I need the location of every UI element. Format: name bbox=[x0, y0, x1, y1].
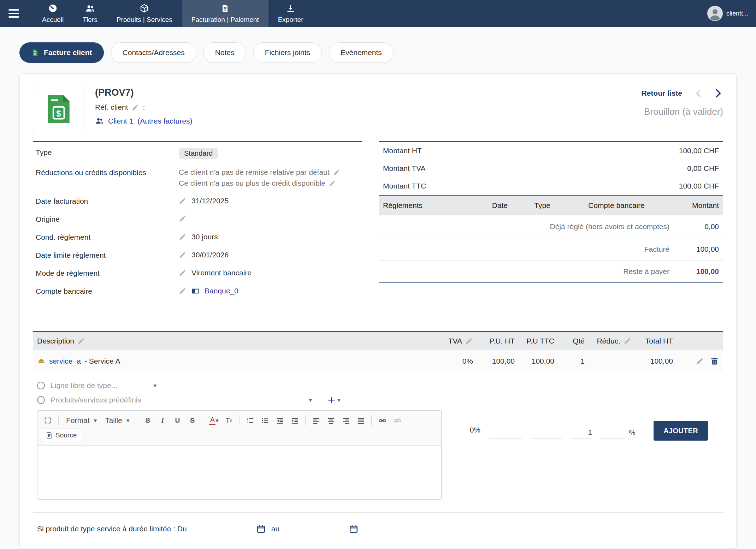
ordered-list-button[interactable]: 12 bbox=[243, 414, 257, 427]
hamburger-menu-icon[interactable] bbox=[0, 0, 28, 27]
tab-label: Contacts/Adresses bbox=[123, 48, 185, 57]
edit-payment-mode-pencil-icon[interactable] bbox=[179, 269, 187, 277]
amount-row-tva: Montant TVA 0,00 CHF bbox=[379, 160, 723, 177]
edit-due-date-pencil-icon[interactable] bbox=[179, 251, 187, 259]
other-invoices-link[interactable]: (Autres factures) bbox=[137, 117, 192, 125]
client-link[interactable]: Client 1 bbox=[108, 117, 133, 125]
edit-credit-pencil-icon[interactable] bbox=[329, 180, 336, 187]
field-row-type: Type Standard bbox=[33, 143, 362, 163]
nav-item-facturation-paiement[interactable]: $ Facturation | Paiement bbox=[182, 0, 268, 27]
tab-label: Fichiers joints bbox=[265, 48, 310, 57]
chevron-down-icon: ▾ bbox=[337, 396, 341, 404]
nav-item-tiers[interactable]: Tiers bbox=[73, 0, 107, 27]
maximize-button[interactable] bbox=[41, 414, 54, 427]
calendar-to-icon[interactable] bbox=[349, 524, 358, 533]
col-pu-ttc: P.U TTC bbox=[519, 337, 559, 345]
invoice-details-table: Type Standard Réductions ou crédits disp… bbox=[33, 141, 362, 300]
predefined-product-radio[interactable] bbox=[37, 396, 45, 404]
bank-account-icon bbox=[191, 287, 200, 295]
calendar-from-icon[interactable] bbox=[256, 524, 266, 533]
strikethrough-button[interactable]: S bbox=[185, 414, 199, 427]
unordered-list-button[interactable] bbox=[258, 414, 272, 427]
col-total-ht: Total HT bbox=[636, 337, 677, 345]
indent-button[interactable] bbox=[288, 414, 301, 427]
reduction-input[interactable] bbox=[601, 426, 625, 438]
date-from-input[interactable] bbox=[193, 523, 251, 535]
page-tabs: $ Facture client Contacts/Adresses Notes… bbox=[19, 42, 737, 63]
chevron-right-icon[interactable] bbox=[713, 88, 723, 99]
format-dropdown[interactable]: Format ▾ bbox=[63, 414, 100, 427]
bold-button[interactable]: B bbox=[141, 414, 154, 427]
tab-label: Événements bbox=[341, 48, 382, 57]
field-label: Mode de règlement bbox=[36, 269, 179, 278]
edit-bank-account-pencil-icon[interactable] bbox=[179, 287, 187, 295]
nav-item-accueil[interactable]: Accueil bbox=[33, 0, 73, 27]
tab-contacts-adresses[interactable]: Contacts/Adresses bbox=[111, 42, 196, 63]
product-link[interactable]: service_a bbox=[49, 357, 81, 365]
payments-table-header: Règlements Date Type Compte bancaire Mon… bbox=[379, 195, 723, 215]
underline-button[interactable]: U bbox=[171, 414, 184, 427]
free-line-type-select[interactable]: Ligne libre de type... ▾ bbox=[51, 381, 156, 390]
tab-evenements[interactable]: Événements bbox=[329, 42, 394, 63]
chevron-left-icon[interactable] bbox=[694, 89, 703, 98]
main-menu: Accueil Tiers Produits | Services $ Fact… bbox=[33, 0, 313, 27]
svg-text:$: $ bbox=[34, 52, 36, 55]
size-label: Taille bbox=[105, 416, 122, 425]
add-line-left: Ligne libre de type... ▾ Produits/servic… bbox=[33, 381, 446, 500]
remove-format-button[interactable]: Tx bbox=[222, 414, 235, 427]
free-line-placeholder: Ligne libre de type... bbox=[51, 381, 117, 390]
no-discount-text: Ce client n'a pas de remise relative par… bbox=[179, 168, 330, 177]
font-size-dropdown[interactable]: Taille ▾ bbox=[102, 414, 133, 427]
tab-facture-client[interactable]: $ Facture client bbox=[19, 42, 104, 63]
source-label: Source bbox=[55, 431, 77, 439]
lines-table-header: Description TVA P.U. HT P.U TTC Qté Rédu… bbox=[33, 332, 723, 350]
edit-origin-pencil-icon[interactable] bbox=[179, 215, 187, 222]
download-icon bbox=[286, 4, 295, 13]
tab-label: Facture client bbox=[44, 48, 92, 57]
align-center-button[interactable] bbox=[324, 414, 338, 427]
align-left-button[interactable] bbox=[309, 414, 323, 427]
tab-label: Notes bbox=[215, 48, 235, 57]
predefined-product-select[interactable]: Produits/services prédéfinis ▾ bbox=[51, 396, 312, 404]
ajouter-button[interactable]: AJOUTER bbox=[654, 421, 708, 441]
payments-row-deja-regle: Déjà réglé (hors avoirs et acomptes) 0,0… bbox=[379, 215, 723, 238]
italic-button[interactable]: I bbox=[156, 414, 169, 427]
tab-notes[interactable]: Notes bbox=[203, 42, 246, 63]
col-tva: TVA bbox=[448, 337, 462, 345]
edit-discount-pencil-icon[interactable] bbox=[333, 169, 340, 176]
source-button[interactable]: Source bbox=[41, 429, 81, 442]
align-right-button[interactable] bbox=[339, 414, 353, 427]
edit-ref-client-pencil-icon[interactable] bbox=[131, 103, 139, 111]
price-ttc-input[interactable] bbox=[531, 426, 562, 438]
qty-input[interactable] bbox=[570, 426, 592, 438]
free-line-radio[interactable] bbox=[37, 382, 45, 389]
trash-icon[interactable] bbox=[710, 357, 719, 365]
field-label: Réductions ou crédits disponibles bbox=[36, 168, 179, 177]
edit-descriptions-pencil-icon[interactable] bbox=[77, 337, 85, 345]
nav-item-exporter[interactable]: Exporter bbox=[268, 0, 313, 27]
link-button[interactable] bbox=[376, 414, 389, 427]
text-color-button[interactable]: A ▾ bbox=[207, 414, 220, 427]
user-name: clientt... bbox=[726, 10, 748, 17]
price-ht-input[interactable] bbox=[489, 426, 522, 438]
bank-account-link[interactable]: Banque_0 bbox=[205, 287, 238, 295]
editor-text-area[interactable] bbox=[37, 446, 441, 499]
tab-fichiers-joints[interactable]: Fichiers joints bbox=[253, 42, 322, 63]
service-period-to-label: au bbox=[271, 525, 279, 533]
edit-invoice-date-pencil-icon[interactable] bbox=[179, 197, 187, 205]
edit-reduc-pencil-icon[interactable] bbox=[624, 337, 631, 345]
edit-payment-terms-pencil-icon[interactable] bbox=[179, 233, 187, 241]
edit-tva-pencil-icon[interactable] bbox=[465, 337, 473, 345]
back-to-list-link[interactable]: Retour liste bbox=[641, 89, 682, 97]
line-pu-ttc: 100,00 bbox=[519, 357, 559, 365]
edit-line-pencil-icon[interactable] bbox=[696, 357, 704, 365]
nav-item-produits-services[interactable]: Produits | Services bbox=[107, 0, 182, 27]
user-menu[interactable]: clientt... bbox=[707, 0, 756, 27]
unlink-button[interactable] bbox=[390, 414, 404, 427]
add-product-button[interactable]: ▾ bbox=[327, 395, 341, 405]
date-to-input[interactable] bbox=[285, 523, 343, 535]
amount-value: 100,00 CHF bbox=[679, 147, 719, 155]
align-justify-button[interactable] bbox=[354, 414, 367, 427]
outdent-button[interactable] bbox=[273, 414, 287, 427]
amount-label: Montant TTC bbox=[383, 182, 426, 190]
